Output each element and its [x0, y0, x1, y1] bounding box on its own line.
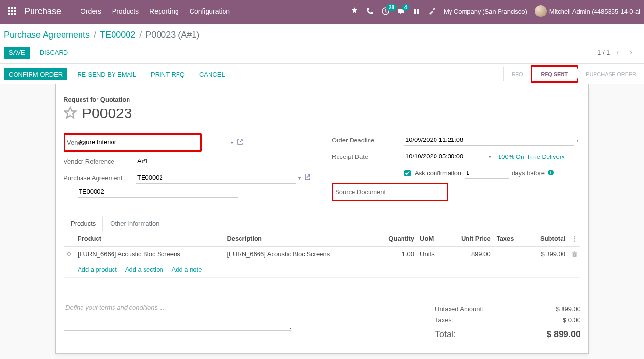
col-taxes: Taxes — [494, 231, 526, 247]
svg-rect-2 — [14, 7, 16, 9]
receipt-input[interactable] — [404, 151, 487, 162]
avatar — [535, 5, 547, 17]
receipt-label: Receipt Date — [332, 153, 404, 160]
apps-menu-icon[interactable] — [4, 7, 20, 15]
agreement-dropdown-caret[interactable]: ▾ — [296, 175, 303, 181]
priority-star[interactable] — [64, 106, 77, 121]
tools-icon[interactable] — [428, 7, 436, 15]
user-menu[interactable]: Mitchell Admin (4485365-14-0-al — [535, 5, 640, 17]
activities-badge: 28 — [386, 4, 397, 11]
col-description: Description — [224, 231, 373, 247]
resend-email-button[interactable]: Re-send by Email — [72, 68, 141, 80]
form-col-right: Order Deadline ▾ Receipt Date ▾ 100% On-… — [332, 133, 580, 201]
user-name: Mitchell Admin (4485365-14-0-al — [549, 8, 640, 15]
vendor-input[interactable] — [78, 137, 229, 148]
terms-textarea[interactable] — [64, 302, 291, 331]
cell-uom[interactable]: Units — [417, 247, 445, 262]
tab-products[interactable]: Products — [64, 216, 103, 231]
breadcrumb-root[interactable]: Purchase Agreements — [4, 30, 90, 40]
svg-text:i: i — [550, 170, 552, 175]
cell-qty[interactable]: 1.00 — [374, 247, 417, 262]
col-more[interactable]: ⋮ — [568, 231, 580, 247]
messages-icon[interactable]: 4 — [397, 7, 405, 15]
col-subtotal: Subtotal — [526, 231, 568, 247]
info-icon[interactable]: i — [547, 169, 554, 177]
menu-orders[interactable]: Orders — [80, 7, 101, 15]
tab-other-info[interactable]: Other Information — [103, 216, 166, 231]
status-rfq-sent[interactable]: RFQ Sent — [533, 67, 576, 81]
pager-next[interactable]: › — [626, 46, 636, 59]
control-panel-buttons: Save Discard 1 / 1 ‹ › — [0, 43, 644, 64]
ask-confirmation-label: Ask confirmation — [415, 170, 461, 177]
status-rfq[interactable]: RFQ — [503, 67, 531, 81]
company-switcher[interactable]: My Company (San Francisco) — [444, 8, 527, 15]
drag-handle-icon[interactable]: ✥ — [64, 247, 75, 262]
ontime-link[interactable]: 100% On-Time Delivery — [498, 153, 565, 160]
gift-icon[interactable] — [413, 7, 420, 15]
days-before-label: days before — [512, 170, 545, 177]
cell-product[interactable]: [FURN_6666] Acoustic Bloc Screens — [75, 247, 224, 262]
agreement-label: Purchase Agreement — [64, 174, 136, 182]
phone-icon[interactable] — [366, 7, 374, 15]
cell-description[interactable]: [FURN_6666] Acoustic Bloc Screens — [224, 247, 373, 262]
svg-rect-5 — [14, 10, 16, 12]
cell-subtotal: $ 899.00 — [526, 247, 568, 262]
receipt-dropdown-caret[interactable]: ▾ — [487, 154, 493, 159]
col-unit-price: Unit Price — [445, 231, 493, 247]
navbar-right: 28 4 My Company (San Francisco) Mitchell… — [351, 5, 640, 17]
cell-taxes[interactable] — [494, 247, 526, 262]
confirm-order-button[interactable]: Confirm Order — [4, 68, 67, 80]
agreement-input[interactable] — [136, 172, 296, 184]
pager-prev[interactable]: ‹ — [612, 46, 623, 59]
add-note-link[interactable]: Add a note — [172, 266, 202, 273]
table-row[interactable]: ✥ [FURN_6666] Acoustic Bloc Screens [FUR… — [64, 247, 580, 262]
sheet-subtitle: Request for Quotation — [64, 96, 580, 103]
svg-rect-12 — [416, 9, 417, 14]
referral-icon[interactable] — [351, 7, 358, 15]
ask-days-input[interactable] — [465, 167, 509, 179]
vendor-external-link-icon[interactable] — [235, 139, 245, 146]
agreement-external-link-icon[interactable] — [303, 174, 312, 182]
main-menu: Orders Products Reporting Configuration — [80, 7, 230, 15]
order-lines-table: Product Description Quantity UoM Unit Pr… — [64, 231, 580, 278]
source-input[interactable] — [78, 186, 238, 198]
breadcrumb-current: P00023 (A#1) — [145, 30, 199, 40]
notebook-tabs: Products Other Information — [64, 216, 580, 231]
menu-products[interactable]: Products — [112, 7, 139, 15]
col-product: Product — [75, 231, 224, 247]
breadcrumb-sep: / — [94, 30, 96, 40]
app-brand[interactable]: Purchase — [24, 6, 61, 16]
ask-confirmation-checkbox[interactable] — [404, 170, 411, 176]
add-product-link[interactable]: Add a product — [78, 266, 117, 273]
svg-rect-1 — [11, 7, 13, 9]
breadcrumb: Purchase Agreements / TE00002 / P00023 (… — [4, 30, 199, 40]
deadline-input[interactable] — [404, 134, 574, 146]
col-uom: UoM — [417, 231, 445, 247]
activities-icon[interactable]: 28 — [382, 7, 389, 15]
save-button[interactable]: Save — [4, 47, 30, 59]
totals: Untaxed Amount: $ 899.00 Taxes: $ 0.00 T… — [435, 303, 580, 342]
menu-configuration[interactable]: Configuration — [190, 7, 230, 15]
taxes-label: Taxes: — [435, 316, 453, 324]
vendor-ref-label: Vendor Reference — [64, 158, 136, 165]
status-purchase-order[interactable]: Purchase Order — [578, 67, 644, 81]
menu-reporting[interactable]: Reporting — [149, 7, 179, 15]
discard-button[interactable]: Discard — [35, 47, 73, 59]
untaxed-value: $ 899.00 — [556, 305, 580, 312]
cell-price[interactable]: 899.00 — [445, 247, 493, 262]
deadline-label: Order Deadline — [332, 137, 404, 144]
taxes-value: $ 0.00 — [563, 316, 580, 324]
delete-row-icon[interactable]: 🗑 — [568, 247, 580, 262]
vendor-dropdown-caret[interactable]: ▾ — [229, 140, 235, 145]
action-bar: Confirm Order Re-send by Email Print RFQ… — [0, 64, 644, 84]
print-rfq-button[interactable]: Print RFQ — [146, 68, 190, 80]
breadcrumb-mid[interactable]: TE00002 — [100, 30, 135, 40]
svg-rect-7 — [11, 13, 13, 15]
deadline-dropdown-caret[interactable]: ▾ — [574, 138, 580, 143]
breadcrumb-sep: / — [139, 30, 142, 40]
cancel-button[interactable]: Cancel — [194, 68, 230, 80]
add-section-link[interactable]: Add a section — [125, 266, 163, 273]
status-bar: RFQ RFQ Sent Purchase Order — [503, 67, 644, 81]
total-value: $ 899.00 — [547, 329, 580, 340]
vendor-ref-input[interactable] — [136, 156, 312, 167]
